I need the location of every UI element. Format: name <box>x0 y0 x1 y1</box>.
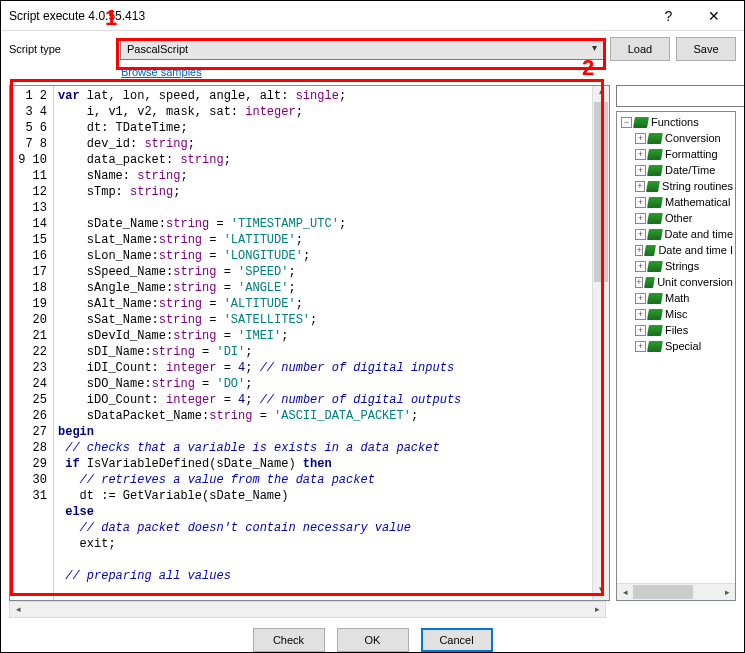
tree-item[interactable]: +Files <box>619 322 733 338</box>
tree-item[interactable]: +Math <box>619 290 733 306</box>
editor-hscroll[interactable]: ◂ ▸ <box>9 601 606 618</box>
tree-label: Unit conversion <box>657 276 733 288</box>
tree-label: String routines <box>662 180 733 192</box>
book-icon <box>647 197 663 208</box>
tree-scroll-thumb[interactable] <box>633 585 693 599</box>
expand-icon[interactable]: + <box>635 261 646 272</box>
tree-label: Functions <box>651 116 699 128</box>
scroll-thumb[interactable] <box>594 102 608 282</box>
book-icon <box>647 229 663 240</box>
tree-label: Special <box>665 340 701 352</box>
tree-label: Date and time I <box>658 244 733 256</box>
tree-item[interactable]: +Special <box>619 338 733 354</box>
book-icon <box>647 341 663 352</box>
tree-item[interactable]: +Formatting <box>619 146 733 162</box>
scroll-down-icon[interactable]: ▾ <box>593 584 609 600</box>
expand-icon[interactable]: + <box>635 165 646 176</box>
book-icon <box>647 261 663 272</box>
tree-item[interactable]: +Unit conversion <box>619 274 733 290</box>
script-type-value: PascalScript <box>127 43 188 55</box>
expand-icon[interactable]: + <box>635 325 646 336</box>
book-icon <box>647 165 663 176</box>
book-icon <box>644 277 655 288</box>
book-icon <box>644 245 656 256</box>
book-icon <box>647 309 663 320</box>
browse-samples-link[interactable]: Browse samples <box>121 66 202 78</box>
close-button[interactable]: ✕ <box>691 2 736 30</box>
tree-item[interactable]: +Date and time <box>619 226 733 242</box>
tree-label: Files <box>665 324 688 336</box>
tree-label: Formatting <box>665 148 718 160</box>
expand-icon[interactable]: + <box>635 181 645 192</box>
annotation-1: 1 <box>105 5 117 31</box>
tree-root[interactable]: −Functions <box>619 114 733 130</box>
code-editor[interactable]: 1 2 3 4 5 6 7 8 9 10 11 12 13 14 15 16 1… <box>9 85 610 601</box>
expand-icon[interactable]: + <box>635 309 646 320</box>
save-button[interactable]: Save <box>676 37 736 61</box>
book-icon <box>633 117 649 128</box>
line-gutter: 1 2 3 4 5 6 7 8 9 10 11 12 13 14 15 16 1… <box>10 86 54 600</box>
scroll-left-icon[interactable]: ◂ <box>617 584 633 600</box>
book-icon <box>647 133 663 144</box>
expand-icon[interactable]: + <box>635 197 646 208</box>
tree-item[interactable]: +Date/Time <box>619 162 733 178</box>
expand-icon[interactable]: + <box>635 277 643 288</box>
expand-icon[interactable]: + <box>635 293 646 304</box>
book-icon <box>647 325 663 336</box>
scroll-up-icon[interactable]: ▴ <box>593 86 609 102</box>
tree-item[interactable]: +Date and time I <box>619 242 733 258</box>
expand-icon[interactable]: + <box>635 245 643 256</box>
code-content[interactable]: var lat, lon, speed, angle, alt: single;… <box>54 86 592 600</box>
cancel-button[interactable]: Cancel <box>421 628 493 652</box>
script-type-combo[interactable]: PascalScript ▾ <box>120 38 604 60</box>
load-button[interactable]: Load <box>610 37 670 61</box>
collapse-icon[interactable]: − <box>621 117 632 128</box>
expand-icon[interactable]: + <box>635 341 646 352</box>
expand-icon[interactable]: + <box>635 229 646 240</box>
editor-vscroll[interactable]: ▴ ▾ <box>592 86 609 600</box>
check-button[interactable]: Check <box>253 628 325 652</box>
tree-label: Math <box>665 292 689 304</box>
tree-item[interactable]: +Conversion <box>619 130 733 146</box>
book-icon <box>647 293 663 304</box>
tree-label: Conversion <box>665 132 721 144</box>
scroll-left-icon[interactable]: ◂ <box>10 602 26 617</box>
annotation-2: 2 <box>582 55 594 81</box>
tree-label: Date/Time <box>665 164 715 176</box>
expand-icon[interactable]: + <box>635 133 646 144</box>
help-button[interactable]: ? <box>646 2 691 30</box>
tree-item[interactable]: +Misc <box>619 306 733 322</box>
tree-label: Mathematical <box>665 196 730 208</box>
scroll-right-icon[interactable]: ▸ <box>719 584 735 600</box>
chevron-down-icon: ▾ <box>592 42 597 53</box>
tree-label: Date and time <box>665 228 733 240</box>
scroll-right-icon[interactable]: ▸ <box>589 602 605 617</box>
tree-label: Other <box>665 212 693 224</box>
tree-item[interactable]: +Other <box>619 210 733 226</box>
book-icon <box>646 181 660 192</box>
tree-label: Misc <box>665 308 688 320</box>
tree-item[interactable]: +Mathematical <box>619 194 733 210</box>
expand-icon[interactable]: + <box>635 149 646 160</box>
ok-button[interactable]: OK <box>337 628 409 652</box>
book-icon <box>647 213 663 224</box>
search-input[interactable] <box>616 85 745 107</box>
expand-icon[interactable]: + <box>635 213 646 224</box>
book-icon <box>647 149 663 160</box>
script-type-label: Script type <box>9 43 114 55</box>
functions-tree[interactable]: −Functions+Conversion+Formatting+Date/Ti… <box>616 111 736 601</box>
tree-hscroll[interactable]: ◂ ▸ <box>617 583 735 600</box>
tree-item[interactable]: +String routines <box>619 178 733 194</box>
tree-item[interactable]: +Strings <box>619 258 733 274</box>
tree-label: Strings <box>665 260 699 272</box>
